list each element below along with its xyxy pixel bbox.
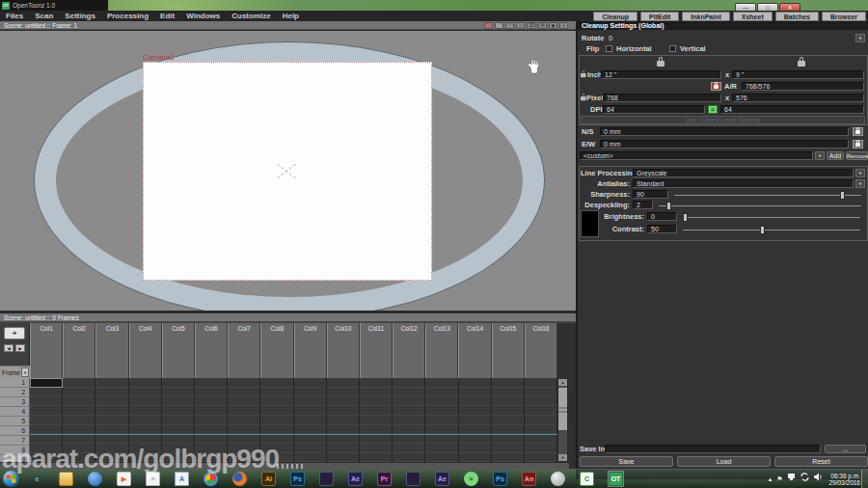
reset-button[interactable]: Reset [774,456,868,467]
xsheet-cell-grid[interactable] [30,378,557,462]
start-button[interactable] [3,471,19,487]
column-header[interactable]: Col1 [30,323,63,378]
file-explorer-icon[interactable] [58,471,74,487]
preview-icon[interactable]: ◉ [549,22,557,29]
antialias-dropdown-icon[interactable]: ▼ [855,179,865,188]
hidden-icons-chevron-icon[interactable]: ▴ [769,470,773,488]
sub-camera-icon[interactable]: + [559,22,568,29]
add-preset-button[interactable]: Add [827,151,844,160]
volume-icon[interactable] [814,470,824,488]
premiere-icon[interactable]: Pr [376,471,393,487]
column-header[interactable]: Col14 [458,323,491,378]
tab-cleanup[interactable]: Cleanup [593,12,637,21]
scroll-up-icon[interactable]: ▲ [558,379,567,386]
menu-item[interactable]: Windows [180,11,226,21]
column-header[interactable]: Col5 [162,323,195,378]
wordpad-icon[interactable]: A [174,471,190,487]
tab-pltedit[interactable]: PltEdit [640,12,679,21]
viewer-canvas[interactable]: Camera1 [0,31,576,311]
column-header[interactable]: Col11 [360,323,393,378]
brightness-field[interactable]: 0 [647,212,677,221]
new-level-button[interactable]: + [4,327,25,339]
contrast-slider[interactable] [683,230,860,230]
frame-number-cell[interactable]: 6 [0,426,30,436]
remove-preset-button[interactable]: Remove [846,151,868,160]
viewer-titlebar[interactable]: Scene: untitled :: Frame: 1 *□3D%◉+ [0,21,576,30]
camera-preset-field[interactable]: <custom> [580,151,813,160]
contrast-slider-handle[interactable] [760,226,765,234]
brightness-slider[interactable] [683,217,860,218]
rotate-value[interactable]: 0 [609,34,612,42]
column-header[interactable]: Col3 [95,323,128,378]
gain-icon[interactable]: % [538,22,547,29]
frame-number-cell[interactable]: 7 [0,436,30,446]
width-lock-icon[interactable] [657,61,665,67]
frame-number-cell[interactable]: 4 [0,407,30,417]
show-desktop-button[interactable] [861,470,868,488]
column-header[interactable]: Col16 [525,323,557,378]
column-header[interactable]: Col9 [294,323,327,378]
menu-item[interactable]: Customize [226,11,276,21]
3d-view-icon[interactable]: 3D [527,22,536,29]
sharpness-slider[interactable] [674,195,861,196]
contrast-field[interactable]: 50 [647,225,677,233]
load-button[interactable]: Load [677,456,771,467]
clock[interactable]: 06:36 p.m. 29/03/2016 [828,473,860,486]
despeckling-slider-handle[interactable] [666,202,671,210]
xsheet-titlebar[interactable]: Scene: untitled :: 0 Frames [0,313,576,322]
menu-item[interactable]: Edit [154,11,180,21]
flip-vertical-checkbox[interactable] [669,45,676,52]
notepad-icon[interactable]: ≡ [145,471,161,487]
dpi-x-field[interactable]: 64 [603,105,705,114]
ar-field[interactable]: 768/576 [742,82,864,91]
color-swatch[interactable] [581,210,599,237]
frame-number-cell[interactable]: 8 [0,446,30,455]
inch-lock-icon[interactable] [581,73,586,77]
line-processing-dropdown-icon[interactable]: ▼ [855,169,865,177]
menu-item[interactable]: Processing [101,11,154,21]
despeckling-slider[interactable] [659,205,861,206]
safe-area-icon[interactable] [484,22,493,29]
xsheet-vertical-scrollbar[interactable]: ▲ ▼ [557,378,568,462]
frame-number-cell[interactable]: 5 [0,417,30,426]
despeckling-field[interactable]: 2 [633,201,653,209]
thunderbird-icon[interactable] [87,471,103,487]
xsheet-horizontal-scrollbar[interactable] [0,462,569,469]
sharpness-slider-handle[interactable] [840,191,845,200]
sync-icon[interactable] [800,470,809,488]
firefox-icon[interactable] [231,471,248,487]
scroll-down-icon[interactable]: ▼ [558,454,567,461]
illustrator-icon[interactable]: Ai [260,471,277,487]
pixel-width-field[interactable]: 768 [603,94,721,102]
photoshop-icon[interactable]: Ps [289,471,306,487]
frame-dropdown-icon[interactable]: ▼ [21,367,29,377]
field-guide-icon[interactable] [495,22,503,29]
photoshop-icon-2[interactable]: Ps [492,471,508,487]
dpi-link-icon[interactable]: = [708,105,718,114]
brightness-slider-handle[interactable] [683,213,688,222]
frame-display-mode[interactable]: Frame ▼ [0,366,30,378]
window-titlebar[interactable]: OT OpenToonz 1.0 [0,0,108,11]
line-processing-field[interactable]: Greyscale [633,169,854,177]
dpi-y-field[interactable]: 64 [720,105,864,114]
ew-field[interactable]: 0 mm [600,140,849,149]
chrome-icon[interactable] [203,471,219,487]
tab-xsheet[interactable]: Xsheet [733,12,773,21]
animate-icon[interactable]: An [521,471,537,487]
tab-browser[interactable]: Browser [822,12,866,21]
save-button[interactable]: Save [580,456,673,467]
camtasia-icon[interactable]: C [579,471,595,487]
column-header[interactable]: Col4 [129,323,162,378]
antialias-field[interactable]: Standard [633,179,854,188]
language-flag-icon[interactable]: ⚑ [776,470,782,488]
ns-field[interactable]: 0 mm [600,127,849,136]
flip-horizontal-checkbox[interactable] [606,45,612,52]
network-icon[interactable] [787,470,796,488]
sharpness-field[interactable]: 90 [633,190,668,199]
menu-item[interactable]: Settings [59,11,101,21]
prev-frame-button[interactable]: ◀ [4,344,14,352]
pixel-lock-icon[interactable] [581,96,586,100]
adobe-app-icon-2[interactable] [405,471,421,487]
spotify-icon[interactable]: ≈ [463,471,479,487]
selected-cell[interactable] [30,378,63,388]
